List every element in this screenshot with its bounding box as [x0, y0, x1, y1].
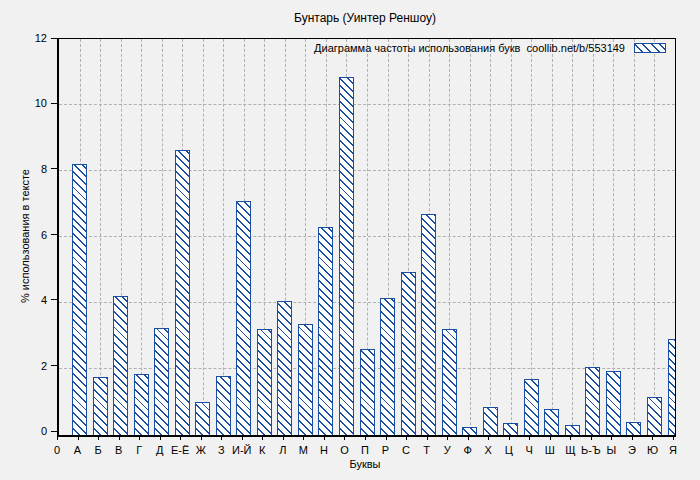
- y-tick-mark: [51, 103, 57, 104]
- bar-П: [360, 349, 375, 435]
- x-tick-label: О: [340, 444, 349, 456]
- y-tick-mark: [51, 431, 57, 432]
- bar-А: [72, 164, 87, 435]
- x-tick-mark: [201, 435, 202, 440]
- bar-Р: [380, 298, 395, 435]
- x-tick-mark: [98, 435, 99, 440]
- x-tick-label: Х: [485, 444, 492, 456]
- x-tick-mark: [468, 435, 469, 440]
- v-gridline: [552, 39, 553, 435]
- x-tick-mark: [611, 435, 612, 440]
- x-tick-mark: [365, 435, 366, 440]
- y-tick-label: 8: [41, 163, 47, 175]
- legend-hatch-swatch-icon: [634, 43, 666, 53]
- v-gridline: [203, 39, 204, 435]
- bar-Х: [483, 407, 498, 435]
- x-tick-mark: [139, 435, 140, 440]
- x-tick-mark: [160, 435, 161, 440]
- bar-Ь-Ъ: [585, 367, 600, 435]
- x-tick-mark: [447, 435, 448, 440]
- x-tick-label: Ж: [196, 444, 206, 456]
- y-tick-label: 12: [35, 32, 47, 44]
- v-gridline: [490, 39, 491, 435]
- bar-О: [339, 77, 354, 435]
- x-tick-mark: [242, 435, 243, 440]
- bar-Н: [318, 227, 333, 435]
- plot-area: Диаграмма частоты использования букв coo…: [57, 38, 676, 437]
- x-tick-label: Д: [156, 444, 163, 456]
- x-tick-label: Н: [320, 444, 328, 456]
- y-tick-mark: [51, 234, 57, 235]
- v-gridline: [100, 39, 101, 435]
- y-tick-label: 10: [35, 97, 47, 109]
- bar-Э: [626, 422, 641, 435]
- x-tick-label: Ш: [545, 444, 555, 456]
- x-tick-label: Г: [136, 444, 142, 456]
- x-tick-label: С: [402, 444, 410, 456]
- legend-label: Диаграмма частоты использования букв coo…: [314, 42, 625, 54]
- y-tick-label: 4: [41, 294, 47, 306]
- x-tick-mark: [529, 435, 530, 440]
- bar-Е-Ё: [175, 150, 190, 435]
- x-tick-label: Е-Ё: [171, 444, 189, 456]
- x-tick-mark: [652, 435, 653, 440]
- v-gridline: [572, 39, 573, 435]
- v-gridline: [634, 39, 635, 435]
- x-tick-label: Э: [628, 444, 636, 456]
- y-axis-tick-labels: 024681012: [0, 38, 47, 431]
- v-gridline: [654, 39, 655, 435]
- x-tick-mark: [119, 435, 120, 440]
- y-tick-label: 0: [41, 425, 47, 437]
- v-gridline: [470, 39, 471, 435]
- x-tick-label: Я: [669, 444, 677, 456]
- bar-Ы: [606, 371, 621, 435]
- bar-Ю: [647, 397, 662, 435]
- x-tick-mark: [283, 435, 284, 440]
- x-tick-label: Щ: [565, 444, 575, 456]
- x-tick-mark: [488, 435, 489, 440]
- y-tick-mark: [51, 299, 57, 300]
- x-tick-label: Ч: [526, 444, 533, 456]
- bar-С: [401, 272, 416, 435]
- x-tick-label: В: [115, 444, 122, 456]
- x-tick-mark: [406, 435, 407, 440]
- x-tick-mark: [262, 435, 263, 440]
- x-tick-label: Л: [279, 444, 286, 456]
- y-tick-mark: [51, 38, 57, 39]
- x-tick-label: 0: [54, 444, 60, 456]
- bar-Г: [134, 374, 149, 435]
- x-tick-label: И-Й: [232, 444, 251, 456]
- x-tick-mark: [570, 435, 571, 440]
- x-tick-label: К: [259, 444, 265, 456]
- x-tick-mark: [386, 435, 387, 440]
- x-tick-mark: [427, 435, 428, 440]
- legend: Диаграмма частоты использования букв coo…: [314, 42, 666, 54]
- x-tick-mark: [324, 435, 325, 440]
- v-gridline: [531, 39, 532, 435]
- bar-Ч: [524, 379, 539, 435]
- y-tick-label: 2: [41, 360, 47, 372]
- x-tick-label: У: [444, 444, 451, 456]
- bar-Я: [668, 339, 677, 435]
- x-tick-label: З: [218, 444, 225, 456]
- letter-frequency-chart: Бунтарь (Уинтер Реншоу) % использования …: [0, 0, 700, 480]
- x-tick-label: М: [299, 444, 308, 456]
- bar-И-Й: [236, 201, 251, 435]
- bar-Щ: [565, 425, 580, 435]
- y-tick-mark: [51, 168, 57, 169]
- y-axis-ticks: [51, 38, 57, 431]
- bar-К: [257, 329, 272, 435]
- y-tick-label: 6: [41, 229, 47, 241]
- bar-З: [216, 376, 231, 435]
- x-tick-mark: [57, 435, 58, 440]
- bar-Б: [93, 377, 108, 435]
- v-gridline: [511, 39, 512, 435]
- bar-Д: [154, 328, 169, 435]
- x-axis-tick-labels: 0АБВГДЕ-ЁЖЗИ-ЙКЛМНОПРСТУФХЦЧШЩЬ-ЪЫЭЮЯ: [57, 444, 673, 458]
- x-axis-label: Буквы: [57, 458, 673, 470]
- x-tick-mark: [303, 435, 304, 440]
- x-tick-label: Ю: [647, 444, 658, 456]
- x-tick-mark: [78, 435, 79, 440]
- x-tick-label: Ы: [607, 444, 617, 456]
- x-tick-label: Ь-Ъ: [581, 444, 601, 456]
